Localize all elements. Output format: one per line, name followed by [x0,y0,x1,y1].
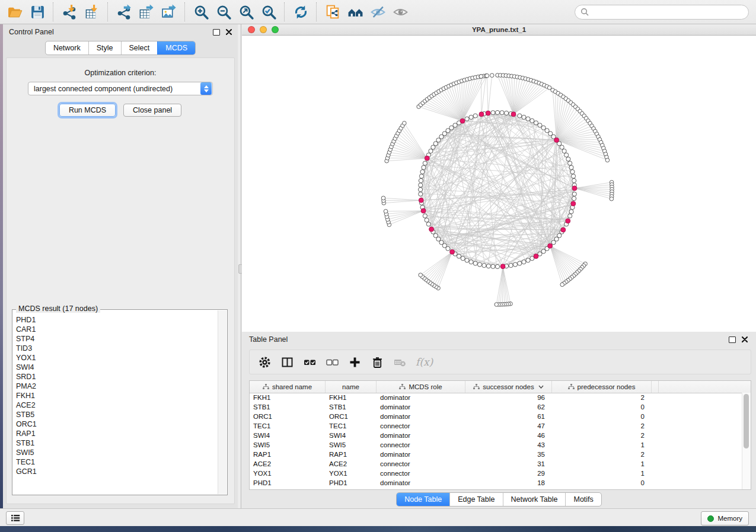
criterion-selected-value: largest connected component (undirected) [28,85,200,93]
cell-predecessor-nodes: 1 [552,460,652,467]
open-file-button[interactable] [4,2,26,22]
panel-splitter[interactable] [238,24,242,508]
column-label: successor nodes [483,383,534,390]
memory-button[interactable]: Memory [701,511,749,525]
tab-node-table[interactable]: Node Table [397,493,449,506]
mcds-result-list[interactable]: PHD1CAR1STP4TID3YOX1SWI4SRD1PMA2FKH1ACE2… [13,315,218,494]
table-row[interactable]: SWI5SWI5connector431 [250,440,742,450]
result-node-item[interactable]: FKH1 [16,391,218,400]
result-node-item[interactable]: SWI5 [16,448,218,457]
save-session-button[interactable] [26,2,49,22]
new-network-from-selection-button[interactable] [321,2,344,22]
cell-MCDS-role: dominator [377,451,465,458]
zoom-in-button[interactable] [190,2,212,22]
network-window-titlebar[interactable]: YPA_prune.txt_1 [242,24,756,36]
delete-column-button[interactable] [367,352,387,371]
zoom-in-icon [193,4,209,20]
first-neighbors-button[interactable] [344,2,366,22]
cell-predecessor-nodes: 0 [552,479,652,486]
table-row[interactable]: RAP1RAP1dominator352 [250,450,742,459]
hierarchy-icon [263,384,269,390]
table-settings-button[interactable] [254,352,275,371]
cell-predecessor-nodes: 2 [552,432,652,439]
scrollbar-thumb[interactable] [744,394,749,448]
split-panel-button[interactable] [277,352,297,371]
zoom-out-icon [216,4,232,20]
result-node-item[interactable]: SRD1 [16,372,218,382]
import-table-button[interactable] [81,2,103,22]
close-table-panel-icon[interactable] [742,336,748,342]
network-canvas[interactable] [242,36,756,332]
table-row[interactable]: YOX1YOX1connector291 [250,469,742,478]
result-node-item[interactable]: TEC1 [16,457,218,467]
result-node-item[interactable]: YOX1 [16,353,218,363]
result-node-item[interactable]: ORC1 [16,419,218,429]
control-panel: Control Panel NetworkStyleSelectMCDS Opt… [3,24,238,508]
result-node-item[interactable]: ACE2 [16,400,218,410]
table-row[interactable]: FKH1FKH1dominator962 [250,393,742,402]
result-node-item[interactable]: CAR1 [16,325,218,334]
zoom-out-button[interactable] [212,2,235,22]
optimization-criterion-select[interactable]: largest connected component (undirected) [28,82,213,95]
result-node-item[interactable]: SWI4 [16,363,218,372]
tab-mcds[interactable]: MCDS [157,41,195,55]
delete-table-icon [394,356,406,368]
result-node-item[interactable]: STP4 [16,334,218,344]
float-table-panel-icon[interactable] [729,336,736,343]
mcds-result-scrollbar[interactable] [218,310,227,494]
deselect-all-checkboxes-icon [326,356,339,368]
result-node-item[interactable]: STB1 [16,438,218,448]
status-bar: Memory [0,508,756,526]
tab-network-table[interactable]: Network Table [503,493,566,506]
result-node-item[interactable]: RAP1 [16,429,218,438]
tab-motifs[interactable]: Motifs [565,493,601,506]
hide-selected-button[interactable] [366,2,389,22]
export-network-button[interactable] [113,2,135,22]
zoom-selected-button[interactable] [257,2,280,22]
result-node-item[interactable]: PHD1 [16,315,218,325]
result-node-item[interactable]: TID3 [16,344,218,353]
tab-edge-table[interactable]: Edge Table [449,493,502,506]
show-all-button[interactable] [389,2,412,22]
node-table-body: FKH1FKH1dominator962STB1STB1dominator620… [250,393,742,489]
export-image-button[interactable] [158,2,180,22]
tab-network[interactable]: Network [46,41,88,55]
import-network-button[interactable] [58,2,81,22]
tab-select[interactable]: Select [121,41,158,55]
float-panel-icon[interactable] [213,29,220,36]
column-header-shared-name[interactable]: shared name [250,381,326,393]
column-header-MCDS-role[interactable]: MCDS role [377,381,465,393]
zoom-fit-button[interactable] [235,2,257,22]
deselect-all-checkboxes-button[interactable] [322,352,342,371]
close-panel-icon[interactable] [226,29,232,35]
run-mcds-button[interactable]: Run MCDS [59,104,116,117]
result-node-item[interactable]: PMA2 [16,382,218,391]
table-row[interactable]: TEC1TEC1connector472 [250,421,742,431]
hierarchy-icon [399,384,406,390]
hierarchy-icon [473,384,480,390]
search-box[interactable] [575,5,749,20]
add-column-button[interactable] [344,352,365,371]
tab-style[interactable]: Style [88,41,121,55]
column-header-predecessor-nodes[interactable]: predecessor nodes [552,381,652,393]
result-node-item[interactable]: STB5 [16,410,218,419]
export-table-icon [139,4,155,20]
new-network-from-selection-icon [325,4,341,20]
select-all-checkboxes-button[interactable] [299,352,320,371]
result-node-item[interactable]: GCR1 [16,467,218,476]
table-row[interactable]: PHD1PHD1dominator180 [250,478,742,488]
table-row[interactable]: ORC1ORC1dominator610 [250,412,742,421]
apply-layout-button[interactable] [289,2,312,22]
table-row[interactable]: ACE2ACE2connector311 [250,459,742,469]
table-row[interactable]: STB1STB1dominator620 [250,402,742,412]
column-header-successor-nodes[interactable]: successor nodes [465,381,552,393]
task-history-button[interactable] [6,511,24,525]
cell-name: PHD1 [326,479,377,486]
node-table-scrollbar[interactable] [742,393,751,489]
export-table-button[interactable] [135,2,158,22]
search-input[interactable] [592,7,743,17]
column-header-name[interactable]: name [326,381,377,393]
sort-desc-icon [538,385,544,389]
table-row[interactable]: SWI4SWI4dominator462 [250,431,742,440]
close-panel-button[interactable]: Close panel [123,104,181,117]
